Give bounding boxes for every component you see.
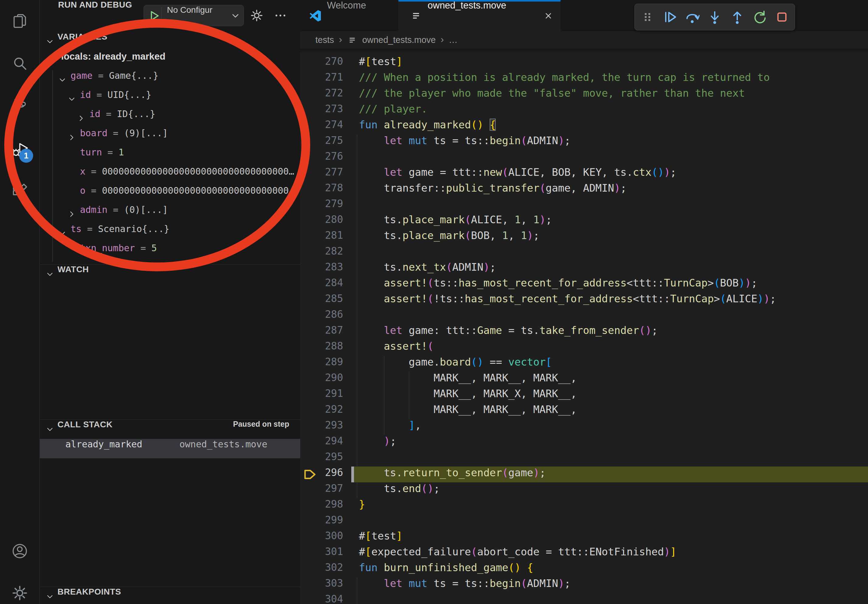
debug-stop-button[interactable] <box>772 6 792 28</box>
line-number[interactable]: 283 <box>300 261 343 277</box>
code-line-289[interactable]: 289 game.board() == vector[ <box>300 356 868 372</box>
code-line-280[interactable]: 280 ts.place_mark(ALICE, 1, 1); <box>300 214 868 229</box>
line-number[interactable]: 294 <box>300 435 343 451</box>
activity-item-search[interactable] <box>11 55 29 73</box>
line-number[interactable]: 285 <box>300 293 343 308</box>
variable-row[interactable]: locals: already_marked <box>40 51 300 70</box>
code-line-297[interactable]: 297 ts.end(); <box>300 482 868 498</box>
code-line-272[interactable]: 272/// the player who made the "false" m… <box>300 87 868 103</box>
activity-item-extensions[interactable] <box>11 183 29 200</box>
debug-drag-handle-button[interactable] <box>638 6 657 28</box>
line-number[interactable]: 300 <box>300 530 343 546</box>
variable-row[interactable]: ts = Scenario{...} <box>40 223 300 243</box>
code-line-283[interactable]: 283 ts.next_tx(ADMIN); <box>300 261 868 277</box>
code-line-278[interactable]: 278 transfer::public_transfer(game, ADMI… <box>300 182 868 198</box>
line-number[interactable]: 286 <box>300 308 343 324</box>
more-actions-icon[interactable] <box>273 9 287 23</box>
code-line-304[interactable]: 304 <box>300 593 868 604</box>
line-number[interactable]: 293 <box>300 419 343 435</box>
variable-row[interactable]: id = ID{...} <box>40 108 300 128</box>
debug-step-into-button[interactable] <box>705 6 724 28</box>
debug-continue-button[interactable] <box>660 6 680 28</box>
call-stack-section-header[interactable]: CALL STACK Paused on step <box>40 420 300 438</box>
code-line-277[interactable]: 277 let game = ttt::new(ALICE, BOB, KEY,… <box>300 166 868 182</box>
line-number[interactable]: 277 <box>300 166 343 182</box>
activity-item-settings[interactable] <box>11 584 29 602</box>
code-line-300[interactable]: 300#[test] <box>300 530 868 546</box>
line-number[interactable]: 270 <box>300 55 343 71</box>
start-debugging-icon[interactable] <box>147 9 161 23</box>
code-line-292[interactable]: 292 MARK__, MARK__, MARK__, <box>300 403 868 419</box>
code-line-287[interactable]: 287 let game: ttt::Game = ts.take_from_s… <box>300 324 868 340</box>
variable-row[interactable]: board = (9)[...] <box>40 128 300 147</box>
code-line-299[interactable]: 299 <box>300 514 868 530</box>
code-line-279[interactable]: 279 <box>300 198 868 214</box>
line-number[interactable]: 302 <box>300 561 343 577</box>
line-number[interactable]: 291 <box>300 387 343 403</box>
code-line-291[interactable]: 291 MARK__, MARK_X, MARK__, <box>300 387 868 403</box>
debug-step-out-button[interactable] <box>727 6 747 28</box>
line-number[interactable]: 290 <box>300 372 343 387</box>
line-number[interactable]: 282 <box>300 245 343 261</box>
line-number[interactable]: 295 <box>300 451 343 466</box>
line-number[interactable]: 287 <box>300 324 343 340</box>
variable-row[interactable]: game = Game{...} <box>40 70 300 90</box>
line-number[interactable]: 279 <box>300 198 343 214</box>
activity-item-explorer[interactable] <box>11 12 29 30</box>
breakpoints-section-header[interactable]: BREAKPOINTS <box>40 587 300 604</box>
code-line-275[interactable]: 275 let mut ts = ts::begin(ADMIN); <box>300 135 868 150</box>
line-number[interactable]: 289 <box>300 356 343 372</box>
code-line-276[interactable]: 276 <box>300 150 868 166</box>
line-number[interactable]: 275 <box>300 135 343 150</box>
debug-step-over-button[interactable] <box>682 6 702 28</box>
debug-config-dropdown[interactable]: No Configur <box>144 5 244 26</box>
line-number[interactable]: 276 <box>300 150 343 166</box>
line-number[interactable]: 272 <box>300 87 343 103</box>
line-number[interactable]: 273 <box>300 103 343 119</box>
call-stack-frame[interactable]: already_markedowned_tests.move <box>40 439 300 458</box>
code-line-293[interactable]: 293 ], <box>300 419 868 435</box>
code-line-295[interactable]: 295 <box>300 451 868 466</box>
code-line-302[interactable]: 302fun burn_unfinished_game() { <box>300 561 868 577</box>
line-number[interactable]: 278 <box>300 182 343 198</box>
variable-row[interactable]: x = 0000000000000000000000000000000000… <box>40 166 300 185</box>
code-line-301[interactable]: 301#[expected_failure(abort_code = ttt::… <box>300 546 868 561</box>
line-number[interactable]: 271 <box>300 71 343 87</box>
gear-icon[interactable] <box>250 9 264 23</box>
line-number[interactable]: 301 <box>300 546 343 561</box>
code-line-273[interactable]: 273/// player. <box>300 103 868 119</box>
code-line-284[interactable]: 284 assert!(ts::has_most_recent_for_addr… <box>300 277 868 293</box>
line-number[interactable]: 281 <box>300 229 343 245</box>
debug-restart-button[interactable] <box>750 6 769 28</box>
code-line-288[interactable]: 288 assert!( <box>300 340 868 356</box>
variable-row[interactable]: admin = (0)[...] <box>40 204 300 223</box>
activity-item-accounts[interactable] <box>11 542 29 560</box>
code-line-274[interactable]: 274fun already_marked() { <box>300 119 868 135</box>
code-line-290[interactable]: 290 MARK__, MARK__, MARK__, <box>300 372 868 387</box>
code-line-285[interactable]: 285 assert!(!ts::has_most_recent_for_add… <box>300 293 868 308</box>
variables-section-header[interactable]: VARIABLES <box>40 32 300 51</box>
variable-row[interactable]: txn_number = 5 <box>40 243 300 262</box>
code-line-296[interactable]: 296 ts.return_to_sender(game); <box>300 466 868 482</box>
code-line-298[interactable]: 298} <box>300 498 868 514</box>
code-line-270[interactable]: 270#[test] <box>300 55 868 71</box>
activity-item-source-control[interactable] <box>11 96 29 114</box>
line-number[interactable]: 299 <box>300 514 343 530</box>
variable-row[interactable]: o = 0000000000000000000000000000000000. <box>40 185 300 204</box>
code-line-294[interactable]: 294 ); <box>300 435 868 451</box>
code-line-271[interactable]: 271/// When a position is already marked… <box>300 71 868 87</box>
variable-row[interactable]: turn = 1 <box>40 147 300 166</box>
line-number[interactable]: 274 <box>300 119 343 135</box>
line-number[interactable]: 296 <box>300 466 343 482</box>
line-number[interactable]: 280 <box>300 214 343 229</box>
line-number[interactable]: 298 <box>300 498 343 514</box>
watch-section-header[interactable]: WATCH <box>40 264 300 283</box>
code-line-282[interactable]: 282 <box>300 245 868 261</box>
code-line-303[interactable]: 303 let mut ts = ts::begin(ADMIN); <box>300 577 868 593</box>
line-number[interactable]: 284 <box>300 277 343 293</box>
code-line-286[interactable]: 286 <box>300 308 868 324</box>
line-number[interactable]: 292 <box>300 403 343 419</box>
variable-row[interactable]: id = UID{...} <box>40 90 300 108</box>
line-number[interactable]: 288 <box>300 340 343 356</box>
line-number[interactable]: 297 <box>300 482 343 498</box>
